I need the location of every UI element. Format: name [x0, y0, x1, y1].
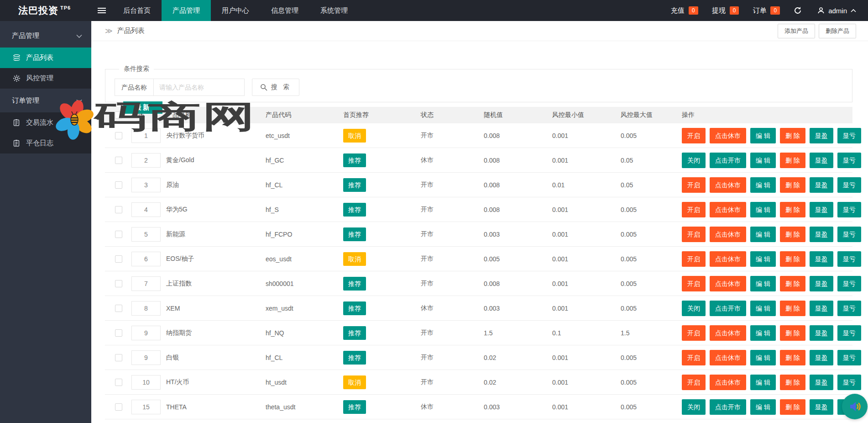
row-checkbox[interactable]	[115, 157, 122, 164]
row-action-button[interactable]: 删 除	[780, 276, 805, 291]
refresh-icon[interactable]	[794, 6, 802, 15]
row-action-button[interactable]: 显亏	[837, 128, 861, 143]
row-action-button[interactable]: 开启	[682, 251, 706, 267]
row-checkbox[interactable]	[115, 231, 122, 238]
row-action-button[interactable]: 删 除	[780, 325, 805, 341]
row-action-button[interactable]: 关闭	[682, 399, 706, 415]
row-action-button[interactable]: 点击休市	[710, 177, 746, 193]
row-action-button[interactable]: 显盈	[810, 153, 833, 168]
row-action-button[interactable]: 删 除	[780, 177, 805, 193]
sort-input[interactable]: 15	[131, 400, 161, 414]
sort-input[interactable]: 3	[131, 178, 161, 192]
row-action-button[interactable]: 显亏	[837, 375, 861, 390]
sidebar-group-产品管理[interactable]: 产品管理	[0, 24, 91, 48]
user-menu[interactable]: admin	[817, 7, 856, 15]
row-action-button[interactable]: 编 辑	[750, 375, 776, 390]
row-action-button[interactable]: 显盈	[810, 350, 833, 365]
row-action-button[interactable]: 开启	[682, 177, 706, 193]
row-action-button[interactable]: 显盈	[810, 128, 833, 143]
sidebar-item-平仓日志[interactable]: 平仓日志	[0, 133, 91, 153]
row-checkbox[interactable]	[115, 132, 122, 139]
sidebar-item-交易流水[interactable]: 交易流水	[0, 112, 91, 133]
stat-充值[interactable]: 充值0	[671, 6, 698, 15]
nav-item-信息管理[interactable]: 信息管理	[260, 0, 309, 21]
nav-item-系统管理[interactable]: 系统管理	[309, 0, 359, 21]
nav-item-后台首页[interactable]: 后台首页	[112, 0, 162, 21]
row-checkbox[interactable]	[115, 379, 122, 386]
recommend-tag[interactable]: 推荐	[343, 326, 366, 340]
row-action-button[interactable]: 点击开市	[710, 153, 746, 168]
row-action-button[interactable]: 点击休市	[710, 375, 746, 390]
sort-input[interactable]: 9	[131, 350, 161, 365]
stat-订单[interactable]: 订单0	[753, 6, 780, 15]
recommend-tag[interactable]: 推荐	[343, 153, 366, 167]
row-action-button[interactable]: 删 除	[780, 251, 805, 267]
row-action-button[interactable]: 点击休市	[710, 350, 746, 365]
row-action-button[interactable]: 编 辑	[750, 276, 776, 291]
recommend-tag[interactable]: 推荐	[343, 400, 366, 414]
row-action-button[interactable]: 点击休市	[710, 325, 746, 341]
row-action-button[interactable]: 点击开市	[710, 301, 746, 316]
sidebar-group-订单管理[interactable]: 订单管理	[0, 89, 91, 112]
row-action-button[interactable]: 编 辑	[750, 177, 776, 193]
row-action-button[interactable]: 编 辑	[750, 202, 776, 217]
row-action-button[interactable]: 开启	[682, 325, 706, 341]
row-action-button[interactable]: 删 除	[780, 399, 805, 415]
recommend-tag[interactable]: 推荐	[343, 351, 366, 365]
recommend-tag[interactable]: 推荐	[343, 227, 366, 241]
row-action-button[interactable]: 编 辑	[750, 251, 776, 267]
row-action-button[interactable]: 显亏	[837, 227, 861, 242]
row-action-button[interactable]: 开启	[682, 202, 706, 217]
sort-input[interactable]: 10	[131, 375, 161, 390]
row-action-button[interactable]: 删 除	[780, 128, 805, 143]
sort-input[interactable]: 2	[131, 153, 161, 168]
row-action-button[interactable]: 显盈	[810, 301, 833, 316]
row-action-button[interactable]: 显盈	[810, 276, 833, 291]
row-action-button[interactable]: 编 辑	[750, 301, 776, 316]
row-action-button[interactable]: 显盈	[810, 375, 833, 390]
select-all-checkbox[interactable]	[115, 111, 122, 119]
row-action-button[interactable]: 点击开市	[710, 399, 746, 415]
row-action-button[interactable]: 点击休市	[710, 251, 746, 267]
sidebar-item-风控管理[interactable]: 风控管理	[0, 68, 91, 89]
row-action-button[interactable]: 编 辑	[750, 325, 776, 341]
recommend-tag[interactable]: 推荐	[343, 277, 366, 291]
row-action-button[interactable]: 开启	[682, 375, 706, 390]
row-action-button[interactable]: 编 辑	[750, 153, 776, 168]
sidebar-item-产品列表[interactable]: 产品列表	[0, 48, 91, 68]
row-action-button[interactable]: 显亏	[837, 276, 861, 291]
row-checkbox[interactable]	[115, 403, 122, 411]
row-checkbox[interactable]	[115, 255, 122, 263]
row-action-button[interactable]: 显亏	[837, 301, 861, 316]
row-action-button[interactable]: 关闭	[682, 153, 706, 168]
nav-item-产品管理[interactable]: 产品管理	[162, 0, 211, 21]
recommend-tag[interactable]: 取消	[343, 252, 366, 266]
row-action-button[interactable]: 显盈	[810, 177, 833, 193]
row-action-button[interactable]: 显亏	[837, 325, 861, 341]
row-checkbox[interactable]	[115, 305, 122, 312]
recommend-tag[interactable]: 取消	[343, 375, 366, 389]
row-action-button[interactable]: 显亏	[837, 177, 861, 193]
audio-fab-button[interactable]	[842, 394, 868, 419]
sort-input[interactable]: 4	[131, 202, 161, 217]
row-action-button[interactable]: 显盈	[810, 251, 833, 267]
sort-input[interactable]: 9	[131, 326, 161, 340]
row-action-button[interactable]: 删 除	[780, 301, 805, 316]
row-action-button[interactable]: 关闭	[682, 301, 706, 316]
row-action-button[interactable]: 显亏	[837, 251, 861, 267]
sort-input[interactable]: 8	[131, 301, 161, 316]
product-name-input[interactable]	[153, 79, 245, 96]
recommend-tag[interactable]: 推荐	[343, 203, 366, 217]
row-checkbox[interactable]	[115, 206, 122, 213]
recommend-tag[interactable]: 推荐	[343, 178, 366, 192]
row-action-button[interactable]: 删 除	[780, 227, 805, 242]
row-action-button[interactable]: 显盈	[810, 325, 833, 341]
row-action-button[interactable]: 开启	[682, 128, 706, 143]
row-action-button[interactable]: 点击休市	[710, 276, 746, 291]
row-action-button[interactable]: 点击休市	[710, 227, 746, 242]
row-action-button[interactable]: 显亏	[837, 153, 861, 168]
sort-input[interactable]: 5	[131, 227, 161, 242]
row-action-button[interactable]: 显盈	[810, 399, 833, 415]
row-action-button[interactable]: 删 除	[780, 375, 805, 390]
row-action-button[interactable]: 编 辑	[750, 399, 776, 415]
